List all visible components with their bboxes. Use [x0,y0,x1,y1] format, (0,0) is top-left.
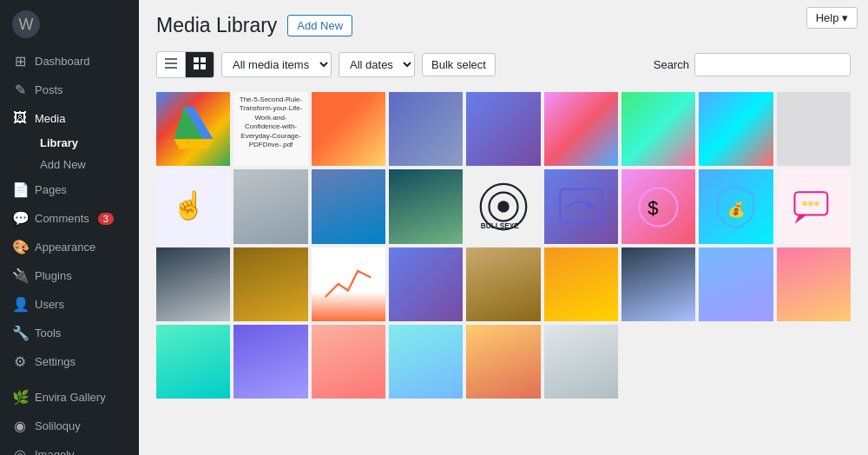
soliloquy-icon: ◉ [12,418,28,434]
media-item[interactable]: The-5-Second-Rule-Transform-your-Life-Wo… [233,92,307,166]
media-item[interactable]: ☝ [156,169,230,243]
svg-point-23 [808,201,813,206]
sidebar-item-settings[interactable]: ⚙ Settings [0,347,139,376]
sidebar-item-label: Settings [35,355,76,368]
media-item[interactable] [621,247,695,321]
svg-rect-15 [560,188,602,221]
pages-icon: 📄 [12,181,28,198]
media-item[interactable] [233,247,307,321]
svg-point-16 [587,202,594,209]
sidebar-item-add-new[interactable]: Add New [9,154,139,175]
media-item[interactable] [466,247,540,321]
date-filter[interactable]: All dates [339,52,415,77]
sidebar-item-dashboard[interactable]: ⊞ Dashboard [0,47,139,76]
svg-rect-2 [165,67,177,69]
sidebar-item-posts[interactable]: ✎ Posts [0,76,139,104]
svg-point-17 [640,188,678,226]
media-item[interactable] [544,247,618,321]
sidebar-item-pages[interactable]: 📄 Pages [0,175,139,204]
toolbar: All media items All dates Bulk select Se… [156,51,851,78]
media-item[interactable] [156,92,230,166]
sidebar-item-label: Library [40,136,78,149]
media-grid: The-5-Second-Rule-Transform-your-Life-Wo… [156,92,851,399]
svg-rect-0 [165,58,177,60]
comments-icon: 💬 [12,210,28,227]
svg-point-13 [497,201,510,213]
media-item[interactable] [312,247,385,321]
sidebar-item-comments[interactable]: 💬 Comments 3 [0,204,139,233]
envira-icon: 🌿 [12,389,28,406]
media-item[interactable] [699,92,773,166]
grid-view-icon [194,57,206,69]
sidebar-item-label: Dashboard [35,55,90,68]
media-type-filter[interactable]: All media items [221,52,332,77]
media-item[interactable]: 💰 [699,169,773,243]
media-item[interactable]: $ [621,169,695,243]
main-content: Media Library Add New All media items [139,0,868,412]
media-item[interactable] [233,325,307,399]
sidebar-item-label: Soliloquy [35,419,81,432]
media-item[interactable] [389,325,463,399]
list-view-icon [165,57,177,69]
media-item[interactable] [544,92,618,166]
svg-rect-1 [165,63,177,64]
sidebar-item-soliloquy[interactable]: ◉ Soliloquy [0,412,139,440]
sidebar-item-label: Envira Gallery [35,391,106,404]
search-input[interactable] [694,53,851,76]
sidebar-item-media[interactable]: 🖼 Media [0,104,139,132]
sidebar-item-label: Imagely [35,448,75,455]
media-item[interactable] [544,325,618,399]
comments-badge: 3 [98,213,114,225]
media-item[interactable] [389,92,463,166]
svg-point-22 [802,201,807,206]
media-item[interactable] [233,169,307,243]
media-item[interactable] [389,169,463,243]
media-item[interactable] [156,325,230,399]
media-item[interactable] [312,169,385,243]
add-new-button[interactable]: Add New [287,15,352,36]
media-item[interactable]: BULLSEYE [466,169,540,243]
main-wrapper: Help ▾ Media Library Add New [139,0,868,455]
users-icon: 👤 [12,296,28,313]
appearance-icon: 🎨 [12,239,28,255]
sidebar-item-appearance[interactable]: 🎨 Appearance [0,233,139,261]
sidebar-item-tools[interactable]: 🔧 Tools [0,319,139,347]
svg-marker-9 [174,139,213,148]
media-item[interactable] [156,247,230,321]
sidebar: W ⊞ Dashboard ✎ Posts 🖼 Media Library Ad… [0,0,139,455]
list-view-button[interactable] [157,52,186,77]
bulk-select-button[interactable]: Bulk select [422,53,496,76]
media-item[interactable] [389,247,463,321]
page-title: Media Library [156,14,277,37]
media-submenu: Library Add New [0,132,139,175]
sidebar-item-label: Plugins [35,269,72,282]
media-item[interactable] [699,247,773,321]
sidebar-item-envira[interactable]: 🌿 Envira Gallery [0,383,139,412]
sidebar-logo: W [0,0,139,47]
media-item[interactable] [466,92,540,166]
svg-marker-21 [794,214,806,223]
sidebar-item-library[interactable]: Library [9,132,139,154]
sidebar-item-plugins[interactable]: 🔌 Plugins [0,261,139,290]
posts-icon: ✎ [12,82,28,98]
view-toggle [156,51,214,78]
media-item[interactable] [312,92,385,166]
dashboard-icon: ⊞ [12,53,28,69]
sidebar-item-label: Comments [35,212,89,225]
svg-rect-3 [194,57,199,63]
media-item[interactable] [621,92,695,166]
media-item[interactable] [544,169,618,243]
media-item[interactable] [312,325,385,399]
sidebar-item-imagely[interactable]: ◎ Imagely [0,440,139,455]
media-item[interactable] [466,325,540,399]
sidebar-item-label: Appearance [35,241,95,254]
sidebar-item-label: Users [35,298,64,311]
sidebar-item-users[interactable]: 👤 Users [0,290,139,319]
grid-view-button[interactable] [186,52,214,77]
media-item[interactable] [777,92,851,166]
sidebar-item-label: Pages [35,183,67,196]
media-item[interactable] [777,247,851,321]
media-item[interactable] [777,169,851,243]
help-button[interactable]: Help ▾ [806,7,858,29]
page-header: Media Library Add New [156,14,851,37]
